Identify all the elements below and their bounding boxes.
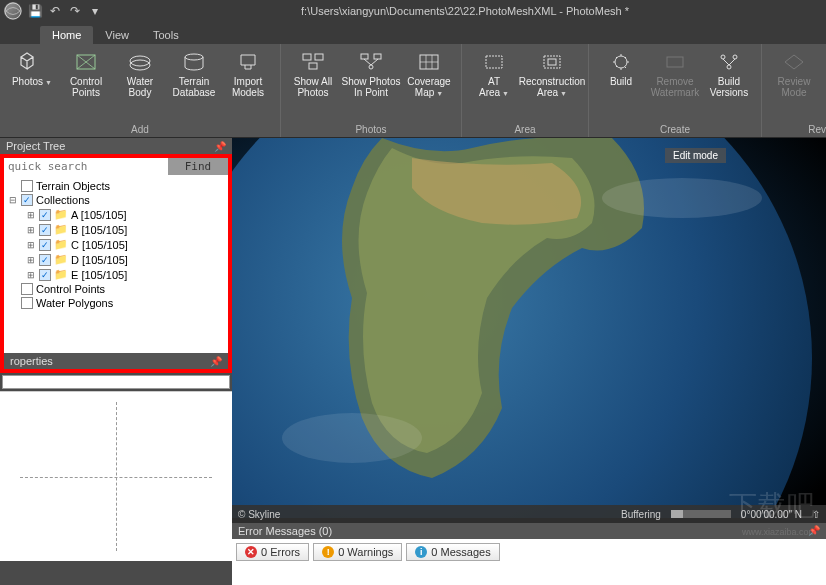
svg-rect-6 [315, 54, 323, 60]
build-versions-icon [715, 50, 743, 74]
remove-watermark-icon [661, 50, 689, 74]
svg-point-17 [721, 55, 725, 59]
reconstruction-area-icon [538, 50, 566, 74]
folder-icon: 📁 [54, 238, 68, 251]
warning-icon: ! [322, 546, 334, 558]
build-versions-button[interactable]: Build Versions [703, 48, 755, 122]
error-icon: ✕ [245, 546, 257, 558]
control-points-button[interactable]: Control Points [60, 48, 112, 122]
svg-rect-13 [544, 56, 560, 68]
tab-tools[interactable]: Tools [141, 26, 191, 44]
buffering-progress [671, 510, 731, 518]
warnings-filter-button[interactable]: !0 Warnings [313, 543, 402, 561]
clear-review-button[interactable]: Clea Review [822, 48, 826, 122]
group-label-create: Create [595, 122, 755, 135]
chart-axis-v [116, 402, 117, 551]
properties-chart [0, 391, 232, 561]
find-button[interactable]: Find [168, 158, 228, 175]
left-panel: Project Tree 📌 Find Terrain Objects ⊟✓Co… [0, 138, 232, 585]
globe-render [232, 138, 826, 518]
review-mode-icon [780, 50, 808, 74]
svg-point-24 [282, 413, 422, 463]
pin-icon[interactable]: 📌 [210, 356, 222, 367]
svg-point-18 [733, 55, 737, 59]
errors-filter-button[interactable]: ✕0 Errors [236, 543, 309, 561]
edit-mode-badge: Edit mode [665, 148, 726, 163]
project-tree-header: Project Tree 📌 [0, 138, 232, 154]
tree-item-a[interactable]: ⊞✓📁A [105/105] [8, 207, 224, 222]
import-models-button[interactable]: Import Models [222, 48, 274, 122]
tree-item-water-polygons[interactable]: Water Polygons [8, 296, 224, 310]
direction-icon: ⇧ [812, 509, 820, 520]
tree-item-c[interactable]: ⊞✓📁C [105/105] [8, 237, 224, 252]
tree-item-d[interactable]: ⊞✓📁D [105/105] [8, 252, 224, 267]
chevron-down-icon: ▼ [502, 90, 509, 97]
ribbon-group-add: Photos▼ Control Points Water Body Terrai… [0, 44, 281, 137]
svg-point-19 [727, 65, 731, 69]
folder-icon: 📁 [54, 253, 68, 266]
tab-home[interactable]: Home [40, 26, 93, 44]
tree-item-collections[interactable]: ⊟✓Collections [8, 193, 224, 207]
messages-filter-button[interactable]: i0 Messages [406, 543, 499, 561]
svg-rect-12 [486, 56, 502, 68]
show-all-photos-icon [299, 50, 327, 74]
group-label-area: Area [468, 122, 582, 135]
globe-status-bar: © Skyline Buffering 0°00'00.00" N ⇧ [232, 505, 826, 523]
highlighted-tree-region: Find Terrain Objects ⊟✓Collections ⊞✓📁A … [0, 154, 232, 373]
chevron-down-icon: ▼ [436, 90, 443, 97]
terrain-database-button[interactable]: Terrain Database [168, 48, 220, 122]
tree-item-control-points[interactable]: Control Points [8, 282, 224, 296]
group-label-review: Revie [768, 122, 826, 135]
water-body-button[interactable]: Water Body [114, 48, 166, 122]
group-label-photos: Photos [287, 122, 455, 135]
remove-watermark-button[interactable]: Remove Watermark [649, 48, 701, 122]
copyright-label: © Skyline [238, 509, 280, 520]
slider-track[interactable] [2, 375, 230, 389]
import-models-icon [234, 50, 262, 74]
pin-icon[interactable]: 📌 [808, 525, 820, 537]
coverage-map-icon [415, 50, 443, 74]
tab-view[interactable]: View [93, 26, 141, 44]
svg-rect-14 [548, 59, 556, 65]
photos-icon [18, 50, 46, 74]
build-icon [607, 50, 635, 74]
svg-point-23 [602, 178, 762, 218]
review-mode-button[interactable]: Review Mode [768, 48, 820, 122]
svg-rect-8 [361, 54, 368, 59]
error-messages-title: Error Messages (0) [238, 525, 332, 537]
globe-view[interactable]: Edit mode © Skyline Buffering 0°00'00.00… [232, 138, 826, 523]
redo-icon[interactable]: ↷ [68, 4, 82, 18]
svg-rect-5 [303, 54, 311, 60]
at-area-button[interactable]: AT Area▼ [468, 48, 520, 122]
folder-icon: 📁 [54, 223, 68, 236]
quick-access-toolbar: 💾 ↶ ↷ ▾ [28, 4, 102, 18]
properties-header: roperties 📌 [4, 353, 228, 369]
ribbon-group-review: Review Mode Clea Review Revie [762, 44, 826, 137]
group-label-add: Add [6, 122, 274, 135]
tree-item-e[interactable]: ⊞✓📁E [105/105] [8, 267, 224, 282]
tree-item-b[interactable]: ⊞✓📁B [105/105] [8, 222, 224, 237]
search-input[interactable] [4, 158, 168, 175]
project-tree[interactable]: Terrain Objects ⊟✓Collections ⊞✓📁A [105/… [4, 175, 228, 353]
info-icon: i [415, 546, 427, 558]
ribbon-group-photos: Show All Photos Show Photos In Point Cov… [281, 44, 462, 137]
photos-button[interactable]: Photos▼ [6, 48, 58, 122]
buffering-label: Buffering [621, 509, 661, 520]
qat-dropdown-icon[interactable]: ▾ [88, 4, 102, 18]
show-photos-in-point-button[interactable]: Show Photos In Point [341, 48, 401, 122]
reconstruction-area-button[interactable]: Reconstruction Area▼ [522, 48, 582, 122]
error-messages-panel: Error Messages (0)📌 ✕0 Errors !0 Warning… [232, 523, 826, 585]
svg-rect-16 [667, 57, 683, 67]
save-icon[interactable]: 💾 [28, 4, 42, 18]
pin-icon[interactable]: 📌 [214, 141, 226, 152]
main-area: Project Tree 📌 Find Terrain Objects ⊟✓Co… [0, 138, 826, 585]
build-button[interactable]: Build [595, 48, 647, 122]
show-all-photos-button[interactable]: Show All Photos [287, 48, 339, 122]
ribbon: Photos▼ Control Points Water Body Terrai… [0, 44, 826, 138]
tree-item-terrain-objects[interactable]: Terrain Objects [8, 179, 224, 193]
coverage-map-button[interactable]: Coverage Map▼ [403, 48, 455, 122]
coords-label: 0°00'00.00" N [741, 509, 802, 520]
svg-point-0 [5, 3, 21, 19]
undo-icon[interactable]: ↶ [48, 4, 62, 18]
folder-icon: 📁 [54, 208, 68, 221]
